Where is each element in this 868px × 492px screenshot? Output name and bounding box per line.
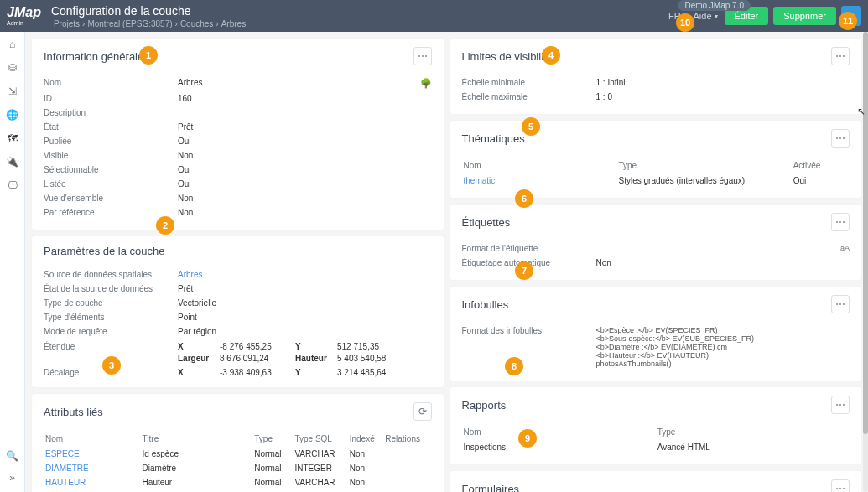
breadcrumb[interactable]: Projets›Montreal (EPSG:3857)›Couches›Arb… [51, 19, 248, 28]
left-column: Information générale ⋯ NomArbres🌳ID160De… [32, 39, 444, 485]
more-button[interactable]: ⋯ [831, 47, 850, 65]
refresh-button[interactable]: ⟳ [413, 402, 432, 421]
sidebar-icon-globe[interactable]: 🌐 [5, 107, 20, 122]
more-button[interactable]: ⋯ [831, 479, 850, 492]
sidebar-icon-expand[interactable]: » [5, 470, 20, 485]
panel-title: Limites de visibilité [462, 50, 553, 63]
marker-9: 9 [518, 429, 537, 448]
content: Information générale ⋯ NomArbres🌳ID160De… [25, 32, 868, 492]
more-button[interactable]: ⋯ [831, 213, 850, 231]
panel-title: Formulaires [462, 483, 520, 493]
panel-forms: Formulaires ⋯ Nom Type FormulaireAttribu… [450, 471, 862, 492]
sidebar-icon-search[interactable]: 🔍 [5, 448, 20, 464]
kv-row: Type de coucheVectorielle [44, 296, 432, 310]
table-row: ESPECEId espèceNormalVARCHARNon [44, 447, 432, 461]
marker-4: 4 [542, 46, 560, 65]
kv-row: VisibleNon [44, 148, 432, 163]
kv-row: ListéeOui [44, 177, 432, 191]
page-title: Configuration de la couche [51, 4, 248, 18]
panel-title: Paramètres de la couche [44, 245, 165, 257]
delete-button[interactable]: Supprimer [773, 7, 836, 25]
extent-label: Étendue [44, 342, 178, 351]
kv-row: Par référenceNon [44, 205, 432, 220]
more-button[interactable]: ⋯ [831, 396, 850, 414]
marker-6: 6 [515, 189, 533, 208]
sidebar-icon-share[interactable]: ⇲ [5, 84, 20, 99]
kv-row: Échelle minimale1 : Infini [462, 75, 850, 90]
kv-row: État de la source de donnéesPrêt [44, 282, 432, 296]
kv-row: SélectionnableOui [44, 163, 432, 177]
panel-title: Attributs liés [44, 406, 103, 418]
tree-icon: 🌳 [420, 78, 432, 89]
sidebar-icon-database[interactable]: ⛁ [5, 60, 20, 75]
panel-params: Paramètres de la couche Source de donnée… [32, 236, 444, 387]
panel-reports: Rapports ⋯ Nom Type InspectionsAvancé HT… [450, 387, 862, 464]
marker-11: 11 [839, 12, 857, 30]
panel-title: Information générale [44, 50, 143, 63]
scrollbar[interactable] [863, 32, 868, 492]
topbar: JMap Admin Configuration de la couche Pr… [0, 0, 868, 32]
sidebar-icon-plug[interactable]: 🔌 [5, 154, 20, 169]
marker-2: 2 [156, 216, 174, 235]
sidebar-icon-map[interactable]: 🗺 [5, 131, 20, 146]
kv-row: PubliéeOui [44, 134, 432, 148]
kv-row: ID160 [44, 91, 432, 106]
more-button[interactable]: ⋯ [831, 295, 850, 313]
panel-thematics: Thématiques ⋯ Nom Type Activée thematicS… [450, 121, 862, 198]
panel-title: Étiquettes [462, 216, 511, 229]
right-column: Limites de visibilité ⋯ Échelle minimale… [450, 39, 862, 485]
kv-row: ÉtatPrêt [44, 120, 432, 134]
more-button[interactable]: ⋯ [413, 47, 432, 65]
panel-title: Thématiques [462, 132, 525, 145]
marker-5: 5 [522, 117, 540, 136]
panel-labels: Étiquettes ⋯ Format de l'étiquetteaA Éti… [450, 205, 862, 280]
panel-attrs: Attributs liés ⟳ NomTitreTypeType SQLInd… [32, 394, 444, 492]
marker-7: 7 [515, 262, 533, 280]
table-row: DIAMETREDiamètreNormalINTEGERNon [44, 461, 432, 475]
table-row: HAUTEURHauteurNormalVARCHARNon [44, 475, 432, 489]
panel-title: Rapports [462, 399, 507, 412]
marker-10: 10 [676, 13, 694, 32]
marker-8: 8 [505, 357, 523, 375]
panel-general: Information générale ⋯ NomArbres🌳ID160De… [32, 39, 444, 230]
kv-row: Description [44, 106, 432, 120]
kv-row: Vue d'ensembleNon [44, 191, 432, 205]
panel-title: Infobulles [462, 298, 509, 311]
sidebar-icon-home[interactable]: ⌂ [5, 37, 20, 52]
marker-3: 3 [102, 356, 121, 375]
demo-pill: Demo JMap 7.0 [678, 0, 751, 11]
panel-limits: Limites de visibilité ⋯ Échelle minimale… [450, 39, 862, 114]
sidebar: ⌂ ⛁ ⇲ 🌐 🗺 🔌 🖵 🔍 » [0, 32, 25, 492]
kv-row: NomArbres🌳 [44, 75, 432, 91]
kv-row: Mode de requêtePar région [44, 324, 432, 339]
table-row: thematicStyles gradués (intervalles égau… [462, 173, 850, 188]
attrs-table: NomTitreTypeType SQLIndexéRelations ESPE… [44, 431, 432, 492]
sidebar-icon-desktop[interactable]: 🖵 [5, 178, 20, 193]
marker-1: 1 [139, 46, 158, 65]
logo: JMap Admin [7, 6, 41, 26]
kv-row: Échelle maximale1 : 0 [462, 90, 850, 104]
kv-row: Type d'élémentsPoint [44, 310, 432, 324]
kv-row: Source de données spatialesArbres [44, 267, 432, 282]
more-button[interactable]: ⋯ [831, 129, 850, 148]
title-block: Configuration de la couche Projets›Montr… [51, 4, 248, 28]
chevron-down-icon: ▼ [714, 13, 720, 19]
help-menu[interactable]: Aide▼ [694, 11, 720, 21]
thematics-table: Nom Type Activée thematicStyles gradués … [462, 158, 850, 188]
